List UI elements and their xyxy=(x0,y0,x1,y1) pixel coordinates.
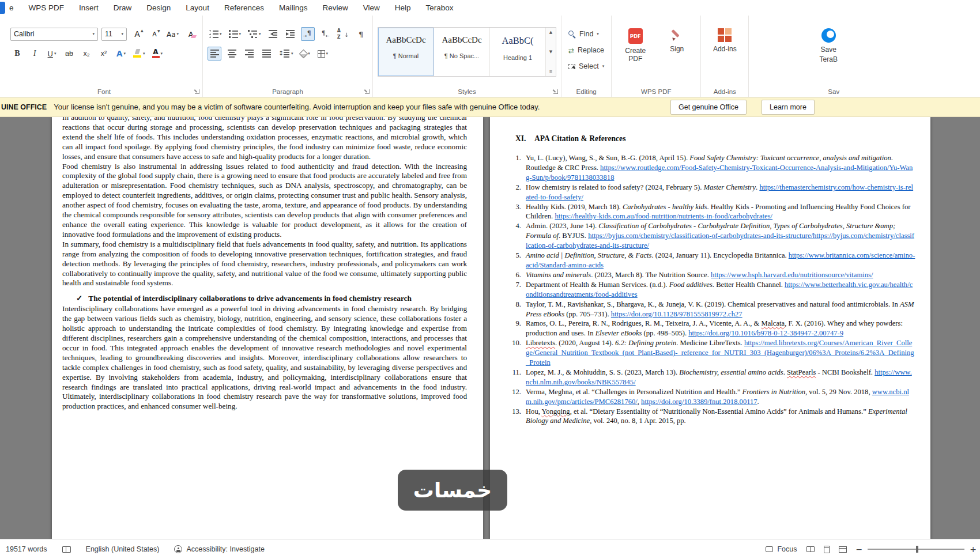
reference-number: 4. xyxy=(511,221,526,251)
paragraph-dialog-launcher-icon[interactable] xyxy=(365,89,370,94)
sort-button[interactable] xyxy=(336,27,350,41)
select-icon xyxy=(568,64,575,69)
decrease-indent-icon xyxy=(269,30,278,38)
line-spacing-button[interactable] xyxy=(277,47,295,61)
align-right-icon xyxy=(245,50,254,58)
shading-button[interactable] xyxy=(299,47,312,61)
multilevel-list-button[interactable] xyxy=(246,27,263,41)
proofing-status-button[interactable] xyxy=(62,546,71,553)
menu-tab-help[interactable]: Help xyxy=(387,3,419,12)
align-right-button[interactable] xyxy=(242,47,256,61)
subscript-button[interactable]: x₂ xyxy=(80,47,93,61)
underline-button[interactable]: U xyxy=(45,47,59,61)
reference-link[interactable]: https://doi.org/10.1016/b978-0-12-384947… xyxy=(688,329,843,337)
reference-text: Hou, Yongqing, et al. “Dietary Essential… xyxy=(526,407,915,426)
show-formatting-marks-button[interactable] xyxy=(354,27,368,41)
print-layout-button[interactable] xyxy=(824,546,830,553)
style-name: ¶ Normal xyxy=(393,52,419,59)
create-pdf-button[interactable]: PDF Create PDF xyxy=(616,27,654,64)
reference-link[interactable]: https://doi.org/10.3389/fnut.2018.00117 xyxy=(641,398,757,406)
style-card[interactable]: AaBbCcDc¶ No Spac... xyxy=(434,28,490,76)
menu-tab-view[interactable]: View xyxy=(356,3,387,12)
decrease-indent-button[interactable] xyxy=(266,27,280,41)
font-size-select[interactable]: 11 xyxy=(101,28,127,41)
reference-number: 7. xyxy=(511,280,526,300)
learn-more-button[interactable]: Learn more xyxy=(762,100,815,115)
reference-item: 4.Admin. (2023, June 14). Classification… xyxy=(511,221,915,251)
page-right[interactable]: XI. APA Citation & References 1.Yu, L. (… xyxy=(490,117,930,539)
increase-indent-button[interactable] xyxy=(284,27,297,41)
styles-gallery-scroll[interactable]: ▲ ▼ ≡ xyxy=(546,28,556,76)
gallery-more-icon[interactable]: ≡ xyxy=(549,69,553,74)
highlight-color-button[interactable] xyxy=(131,47,147,61)
style-card[interactable]: AaBbC(Heading 1 xyxy=(490,28,546,76)
zoom-slider-thumb[interactable] xyxy=(916,546,918,553)
numbered-list-button[interactable] xyxy=(227,27,243,41)
select-button[interactable]: Select xyxy=(566,59,606,73)
bold-button[interactable]: B xyxy=(10,47,24,61)
shrink-font-icon xyxy=(150,29,159,39)
save-terabox-button[interactable]: Save TeraB xyxy=(812,27,845,65)
accessibility-status[interactable]: Accessibility: Investigate xyxy=(174,545,264,553)
add-ins-button[interactable]: Add-ins xyxy=(706,27,744,54)
scroll-up-icon[interactable]: ▲ xyxy=(549,30,552,35)
change-case-button[interactable] xyxy=(165,27,180,41)
menu-tab-references[interactable]: References xyxy=(217,3,272,12)
reference-link[interactable]: https://healthy-kids.com.au/food-nutriti… xyxy=(555,212,772,220)
menu-tab-mailings[interactable]: Mailings xyxy=(272,3,315,12)
language-status[interactable]: English (United States) xyxy=(86,545,160,553)
menu-tab-design[interactable]: Design xyxy=(139,3,178,12)
text-direction-ltr-button[interactable] xyxy=(301,27,315,41)
menu-tab-terabox[interactable]: Terabox xyxy=(419,3,461,12)
reference-number: 11. xyxy=(511,368,526,387)
font-color-button[interactable] xyxy=(150,47,165,61)
scroll-down-icon[interactable]: ▼ xyxy=(549,50,552,54)
menu-tab-layout[interactable]: Layout xyxy=(178,3,217,12)
proofing-icon xyxy=(62,546,71,553)
get-genuine-office-button[interactable]: Get genuine Office xyxy=(670,100,747,115)
read-mode-icon xyxy=(806,546,815,552)
replace-button[interactable]: Replace xyxy=(566,43,606,57)
menu-tab-insert[interactable]: Insert xyxy=(71,3,106,12)
create-pdf-label: Create PDF xyxy=(620,47,651,63)
zoom-slider[interactable] xyxy=(868,549,964,550)
bullet-list-button[interactable] xyxy=(208,27,224,41)
justify-button[interactable] xyxy=(259,47,273,61)
reference-link[interactable]: https://www.hsph.harvard.edu/nutritionso… xyxy=(711,271,873,279)
strikethrough-button[interactable]: ab xyxy=(62,47,76,61)
style-name: Heading 1 xyxy=(503,54,532,61)
italic-button[interactable]: I xyxy=(28,47,42,61)
menu-tab-draw[interactable]: Draw xyxy=(106,3,140,12)
style-card[interactable]: AaBbCcDc¶ Normal xyxy=(378,28,434,76)
reference-segment: Lopez, M. J., & Mohiuddin, S. S. (2023, … xyxy=(526,368,679,376)
document-canvas[interactable]: In addition to quality, safety, and nutr… xyxy=(0,117,980,539)
zoom-out-button[interactable]: − xyxy=(856,545,863,554)
menu-tab-wps-pdf[interactable]: WPS PDF xyxy=(21,3,72,12)
web-layout-button[interactable] xyxy=(839,546,847,553)
align-left-button[interactable] xyxy=(208,47,221,61)
read-mode-button[interactable] xyxy=(806,546,815,552)
superscript-button[interactable]: x² xyxy=(97,47,111,61)
grow-font-button[interactable] xyxy=(130,27,144,41)
reference-item: 10.Libretexts. (2020, August 14). 6.2: D… xyxy=(511,338,915,368)
word-count[interactable]: 19517 words xyxy=(6,545,47,553)
font-name-select[interactable]: Calibri xyxy=(10,28,98,41)
align-center-button[interactable] xyxy=(225,47,239,61)
find-button[interactable]: Find xyxy=(566,27,606,41)
focus-mode-button[interactable]: Focus xyxy=(766,545,797,553)
shrink-font-button[interactable] xyxy=(148,27,161,41)
clear-formatting-button[interactable] xyxy=(184,27,198,41)
text-direction-rtl-button[interactable] xyxy=(318,27,332,41)
styles-dialog-launcher-icon[interactable] xyxy=(553,89,558,94)
reference-segment: . Medicine LibreTexts. xyxy=(676,339,744,347)
zoom-in-button[interactable]: + xyxy=(970,545,977,554)
text-effects-button[interactable] xyxy=(114,47,128,61)
reference-segment: . xyxy=(757,398,759,406)
borders-button[interactable] xyxy=(316,47,330,61)
sign-button[interactable]: Sign xyxy=(658,27,696,54)
font-dialog-launcher-icon[interactable] xyxy=(195,89,199,94)
menu-tab-e[interactable]: e xyxy=(8,3,21,12)
menu-tab-review[interactable]: Review xyxy=(315,3,355,12)
reference-item: 2.How chemistry is related to food safet… xyxy=(511,183,915,202)
reference-link[interactable]: https://doi.org/10.1128/9781555819972.ch… xyxy=(611,310,742,318)
